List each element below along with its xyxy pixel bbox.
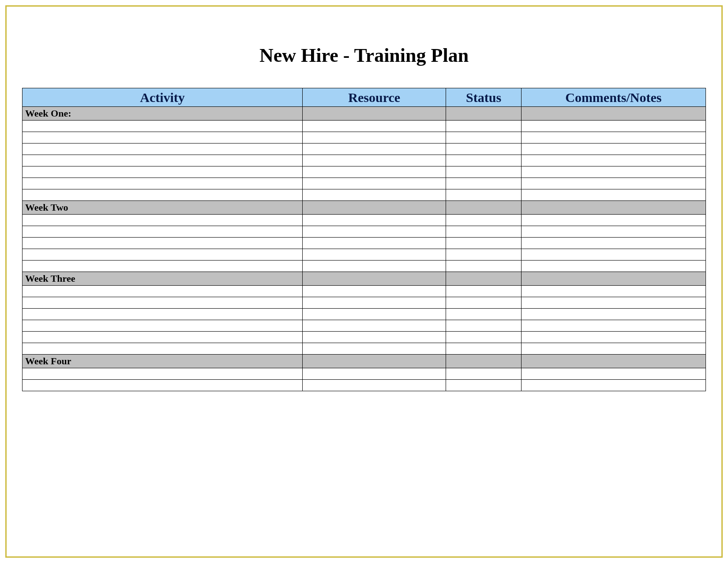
section-cell-empty [521,272,705,286]
table-cell [23,121,303,132]
table-cell [23,343,303,355]
table-cell [303,155,446,166]
table-cell [23,309,303,320]
table-cell [446,249,521,261]
column-header-comments: Comments/Notes [521,88,705,107]
section-cell-empty [446,355,521,368]
table-cell [23,132,303,144]
section-cell-empty [521,201,705,215]
section-cell-empty [446,107,521,121]
section-header-row: Week Two [23,201,706,215]
table-cell [446,226,521,238]
table-cell [521,380,705,391]
table-cell [23,249,303,261]
table-row [23,132,706,144]
table-cell [446,166,521,178]
table-cell [303,309,446,320]
table-cell [23,297,303,309]
table-cell [446,286,521,297]
table-cell [521,132,705,144]
table-cell [446,343,521,355]
table-cell [23,320,303,332]
table-cell [303,320,446,332]
table-cell [303,226,446,238]
table-row [23,320,706,332]
table-body: Week One:Week TwoWeek ThreeWeek Four [23,107,706,391]
table-cell [23,144,303,155]
table-cell [303,249,446,261]
table-cell [303,238,446,249]
table-cell [521,189,705,201]
table-row [23,332,706,343]
section-cell-empty [303,272,446,286]
table-row [23,144,706,155]
section-cell-empty [521,355,705,368]
table-row [23,215,706,226]
document-title: New Hire - Training Plan [22,44,706,67]
table-cell [23,189,303,201]
table-row [23,297,706,309]
section-label: Week Four [23,355,303,368]
table-cell [446,132,521,144]
table-cell [303,368,446,380]
table-cell [446,368,521,380]
section-label: Week Two [23,201,303,215]
table-cell [521,368,705,380]
table-cell [446,178,521,189]
table-cell [303,189,446,201]
table-cell [521,249,705,261]
table-cell [446,238,521,249]
section-header-row: Week One: [23,107,706,121]
table-cell [521,261,705,272]
table-cell [446,297,521,309]
table-cell [446,320,521,332]
table-row [23,286,706,297]
table-row [23,380,706,391]
table-row [23,249,706,261]
section-cell-empty [303,107,446,121]
table-row [23,189,706,201]
table-cell [521,309,705,320]
table-row [23,238,706,249]
column-header-resource: Resource [303,88,446,107]
table-cell [303,286,446,297]
table-cell [303,132,446,144]
table-cell [23,215,303,226]
table-row [23,178,706,189]
table-cell [303,343,446,355]
table-cell [521,155,705,166]
table-cell [446,380,521,391]
table-cell [23,155,303,166]
section-cell-empty [521,107,705,121]
column-header-activity: Activity [23,88,303,107]
table-cell [446,144,521,155]
table-cell [23,368,303,380]
table-row [23,368,706,380]
section-label: Week One: [23,107,303,121]
table-cell [23,178,303,189]
table-cell [303,144,446,155]
table-row [23,166,706,178]
table-cell [303,121,446,132]
section-header-row: Week Four [23,355,706,368]
table-cell [446,189,521,201]
table-row [23,343,706,355]
table-cell [521,144,705,155]
table-cell [23,380,303,391]
table-cell [303,166,446,178]
table-cell [303,178,446,189]
table-row [23,226,706,238]
table-cell [23,332,303,343]
section-cell-empty [446,201,521,215]
table-cell [521,343,705,355]
section-cell-empty [446,272,521,286]
table-cell [23,286,303,297]
table-cell [446,332,521,343]
training-plan-table: Activity Resource Status Comments/Notes … [22,88,706,391]
table-cell [521,297,705,309]
table-cell [446,309,521,320]
table-cell [521,320,705,332]
table-cell [23,226,303,238]
table-cell [23,238,303,249]
document-content: New Hire - Training Plan Activity Resour… [22,44,706,391]
